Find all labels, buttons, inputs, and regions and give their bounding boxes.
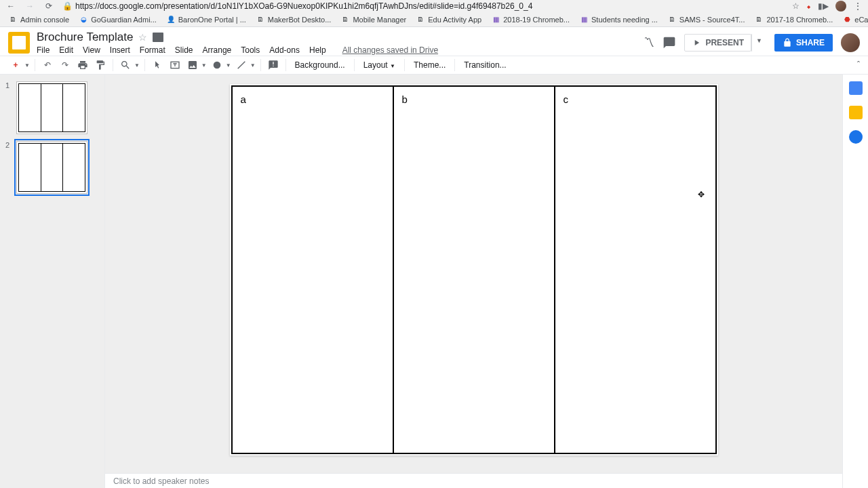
redo-button[interactable]: ↷	[58, 58, 73, 73]
image-tool[interactable]	[185, 58, 200, 73]
share-button[interactable]: SHARE	[774, 34, 833, 52]
forward-button: →	[24, 1, 35, 11]
menu-file[interactable]: File	[37, 45, 50, 55]
filmstrip: 1 2	[0, 75, 105, 488]
toolbar: + ▼ ↶ ↷ ▼ ▼ ▼ ▼ Background... Layout ▼ T…	[0, 56, 868, 75]
canvas-area: a b c ✥ Click to add speaker notes	[105, 75, 842, 488]
comment-tool[interactable]	[266, 58, 281, 73]
sheet-icon: ▦	[579, 15, 589, 24]
star-icon[interactable]: ☆	[792, 1, 800, 11]
line-dropdown[interactable]: ▼	[250, 62, 256, 68]
browser-profile-avatar[interactable]	[835, 1, 846, 12]
address-bar[interactable]: 🔒https://docs.google.com/presentation/d/…	[62, 1, 784, 11]
bookmark-item[interactable]: ⬣eCampus: Home	[840, 14, 868, 26]
bookmark-item[interactable]: ◒GoGuardian Admi...	[76, 14, 159, 26]
layout-button[interactable]: Layout ▼	[359, 58, 399, 72]
present-dropdown[interactable]: ▼	[751, 34, 766, 52]
line-tool[interactable]	[234, 58, 249, 73]
present-button[interactable]: PRESENT	[684, 34, 751, 52]
slide-thumbnail-2[interactable]	[16, 141, 87, 194]
browser-toolbar: ← → ⟳ 🔒https://docs.google.com/presentat…	[0, 0, 868, 12]
svg-point-1	[213, 62, 220, 69]
star-icon[interactable]: ☆	[138, 32, 147, 43]
tasks-icon[interactable]	[849, 130, 863, 144]
theme-button[interactable]: Theme...	[410, 58, 450, 72]
zoom-dropdown[interactable]: ▼	[134, 62, 140, 68]
bookmark-item[interactable]: 🗎SAMS - Source4T...	[665, 14, 748, 26]
menu-addons[interactable]: Add-ons	[269, 45, 300, 55]
shield-icon: ◒	[79, 15, 88, 24]
menu-bar: File Edit View Insert Format Slide Arran…	[37, 45, 644, 55]
page-icon: 🗎	[340, 15, 350, 24]
page-icon: 🗎	[416, 15, 425, 24]
transition-button[interactable]: Transition...	[460, 58, 510, 72]
textbox-tool[interactable]	[167, 58, 182, 73]
bookmark-item[interactable]: 🗎2017-18 Chromeb...	[751, 14, 835, 26]
collapse-toolbar-icon[interactable]: ˆ	[857, 60, 860, 70]
new-slide-button[interactable]: +	[8, 58, 23, 73]
person-icon: 👤	[166, 15, 176, 24]
zoom-button[interactable]	[118, 58, 133, 73]
menu-view[interactable]: View	[83, 45, 100, 55]
comments-icon[interactable]	[663, 36, 676, 49]
new-slide-dropdown[interactable]: ▼	[24, 62, 30, 68]
paint-format-button[interactable]	[93, 58, 108, 73]
page-icon: 🗎	[667, 15, 677, 24]
activity-icon[interactable]: 〽	[644, 37, 654, 49]
bookmark-item[interactable]: 👤BaronOne Portal | ...	[163, 14, 249, 26]
brochure-panel-c[interactable]: c	[555, 87, 715, 453]
user-avatar[interactable]	[841, 33, 860, 52]
brochure-panel-a[interactable]: a	[233, 87, 394, 453]
bookmark-item[interactable]: 🗎MakerBot Deskto...	[253, 14, 334, 26]
extension-icon[interactable]: ⬥	[806, 1, 811, 11]
calendar-icon[interactable]	[849, 81, 863, 95]
undo-button[interactable]: ↶	[40, 58, 55, 73]
lock-icon: 🔒	[62, 1, 73, 11]
image-dropdown[interactable]: ▼	[201, 62, 207, 68]
select-tool[interactable]	[150, 58, 165, 73]
move-to-folder-icon[interactable]	[153, 33, 163, 42]
bookmark-item[interactable]: 🗎Admin console	[5, 14, 72, 26]
bookmark-item[interactable]: ▦Students needing ...	[576, 14, 660, 26]
page-icon: 🗎	[754, 15, 764, 24]
brochure-panel-b[interactable]: b	[394, 87, 555, 453]
page-icon: 🗎	[8, 15, 18, 24]
menu-insert[interactable]: Insert	[110, 45, 130, 55]
bookmarks-bar: 🗎Admin console ◒GoGuardian Admi... 👤Baro…	[0, 12, 868, 27]
browser-menu-icon[interactable]: ⋮	[853, 1, 863, 12]
thumb-number: 2	[5, 141, 12, 194]
bookmark-item[interactable]: 🗎Edu Activity App	[413, 14, 484, 26]
print-button[interactable]	[75, 58, 90, 73]
menu-arrange[interactable]: Arrange	[203, 45, 232, 55]
back-button[interactable]: ←	[5, 1, 16, 11]
app-header: Brochure Template ☆ File Edit View Inser…	[0, 27, 868, 56]
ecampus-icon: ⬣	[842, 15, 852, 24]
sheet-icon: ▦	[491, 15, 500, 24]
play-icon	[692, 38, 701, 47]
speaker-notes[interactable]: Click to add speaker notes	[105, 473, 842, 488]
lock-icon	[783, 38, 792, 47]
menu-tools[interactable]: Tools	[241, 45, 260, 55]
page-icon: 🗎	[256, 15, 265, 24]
side-panel	[842, 75, 868, 488]
slide-thumbnail-1[interactable]	[16, 81, 87, 134]
menu-format[interactable]: Format	[140, 45, 165, 55]
slide-canvas[interactable]: a b c ✥	[230, 84, 718, 455]
keep-icon[interactable]	[849, 106, 863, 119]
cast-icon[interactable]: ▮▶	[818, 1, 829, 11]
menu-edit[interactable]: Edit	[59, 45, 73, 55]
bookmark-item[interactable]: 🗎Mobile Manager	[338, 14, 409, 26]
main-area: 1 2 a b c ✥ Click to add speaker notes	[0, 75, 868, 488]
shape-dropdown[interactable]: ▼	[226, 62, 231, 68]
background-button[interactable]: Background...	[291, 58, 349, 72]
reload-button[interactable]: ⟳	[43, 1, 54, 11]
menu-slide[interactable]: Slide	[175, 45, 193, 55]
save-status[interactable]: All changes saved in Drive	[342, 45, 438, 55]
slides-logo[interactable]	[8, 32, 30, 54]
menu-help[interactable]: Help	[309, 45, 326, 55]
shape-tool[interactable]	[210, 58, 224, 73]
document-title[interactable]: Brochure Template	[37, 30, 133, 44]
bookmark-item[interactable]: ▦2018-19 Chromeb...	[488, 14, 572, 26]
thumb-number: 1	[5, 81, 12, 134]
